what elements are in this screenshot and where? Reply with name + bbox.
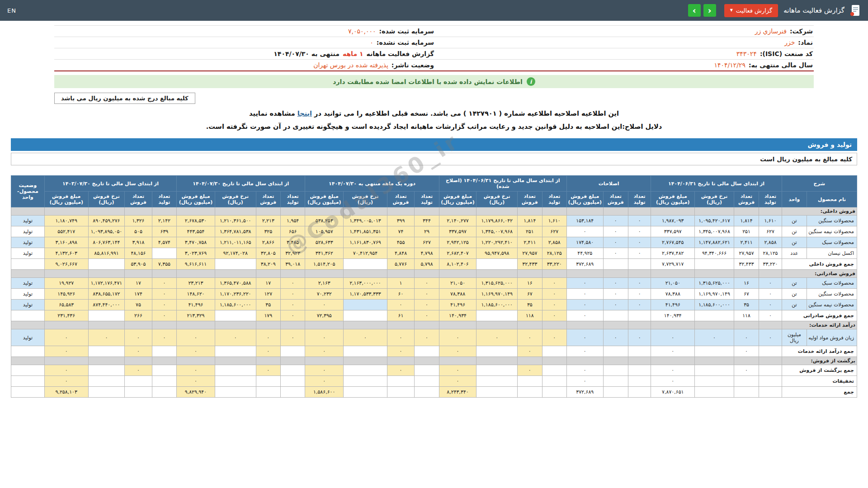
column-group-header: از ابتدای سال مالی تا تاریخ ۱۴۰۴/۰۶/۳۱ [651,176,782,192]
value-cell: ۶۰ [387,289,414,300]
value-cell: ۳۳۷,۵۹۷ [651,226,695,237]
value-cell [628,346,651,357]
value-cell: ۰ [759,289,782,300]
value-cell [542,321,566,329]
value-cell: ۱,۳۶۴,۷۸۱,۵۳۸ [215,226,256,237]
value-cell [542,357,566,365]
symbol-link[interactable]: خزر [784,39,795,46]
value-cell [280,207,305,216]
value-cell [177,207,215,216]
report-type-button[interactable]: گزارش فعالیت ▼ [724,4,778,17]
value-cell [280,387,305,398]
value-cell [88,321,125,329]
value-cell [125,207,152,216]
value-cell [566,321,603,329]
value-cell: ۲۸,۱۲۵ [759,248,782,259]
value-cell [518,321,542,329]
value-cell: ۱,۲۱۰,۳۶۱,۵۰۰ [215,216,256,226]
info-row: کد صنعت (ISIC): ۳۴۳۰۲۴ گزارش فعالیت ماها… [54,48,814,60]
value-cell [152,346,176,357]
value-cell: ۶۵,۵۸۳ [44,300,88,310]
value-cell [215,259,256,270]
value-cell: ۰ [305,346,344,357]
value-cell [88,259,125,270]
value-cell: ۱۵۳,۱۸۴ [566,216,603,226]
unit-header: واحد [782,192,807,207]
value-cell [152,248,176,259]
value-cell: ۰ [734,329,759,346]
info-row: سال مالی منتهی به: ۱۴۰۴/۱۲/۲۹ وضعیت ناشر… [54,60,814,71]
issuer-status-value: پذیرفته شده در بورس تهران [313,61,388,69]
value-cell: ۰ [439,376,476,387]
value-cell [542,270,566,278]
language-toggle[interactable]: EN [7,7,16,14]
column-header: تعداد تولید [415,192,439,207]
report-type-label: گزارش فعالیت [736,7,772,14]
value-cell [344,357,387,365]
status-cell [11,270,45,278]
status-column-header: وضعیت محصول-واحد [11,176,45,207]
value-cell: ۰ [603,248,628,259]
value-cell: ۰ [152,329,176,346]
prev-report-button[interactable]: ‹ [688,4,701,17]
value-cell [695,376,734,387]
product-name-cell: اکسل نیسان [807,248,857,259]
value-cell [280,321,305,329]
column-group-header: از ابتدای سال مالی تا تاریخ ۱۴۰۴/۰۶/۳۱ (… [439,176,566,192]
value-cell: ۷,۳۵۵ [152,259,176,270]
value-cell [439,357,476,365]
table-row: اکسل نیسانعدد۲۸,۱۲۵۲۷,۹۵۷۹۴,۳۴۰,۶۶۶۲,۶۳۷… [11,248,857,259]
value-cell: ۴,۱۳۲,۶۰۳ [44,248,88,259]
value-cell: ۰ [628,248,651,259]
product-name-cell: محصولات نیمه سنگین [807,300,857,310]
value-cell: ۱,۸۱۴ [734,216,759,226]
value-cell: ۳۴۴ [415,216,439,226]
status-cell [11,321,45,329]
value-cell: ۳۴۱,۳۶۲ [305,248,344,259]
value-cell: ۰ [415,289,439,300]
value-cell: ۱۷۴,۵۸۰ [566,237,603,248]
production-sales-section-header: تولید و فروش [11,138,857,151]
value-cell: ۳۸,۲۰۹ [256,259,280,270]
next-report-button[interactable]: › [703,4,716,17]
value-cell [651,207,695,216]
status-cell: تولید [11,329,45,346]
value-cell [759,387,782,398]
value-cell: ۲۱۳,۳۲۹ [177,310,215,321]
previous-version-link[interactable]: اینجا [297,110,312,117]
value-cell: ۰ [215,329,256,346]
value-cell [542,207,566,216]
status-cell [11,376,45,387]
value-cell: ۰ [439,329,476,346]
product-name-cell: محصولات سنگین [807,289,857,300]
value-cell [415,357,439,365]
value-cell: ۱,۳۱۵,۶۲۵,۰۰۰ [476,278,518,289]
value-cell: ۱۰۵,۹۵۷ [305,226,344,237]
value-cell: ۷۰,۲۳۲ [305,289,344,300]
value-cell [734,207,759,216]
value-cell: ۶۳۹ [152,226,176,237]
value-cell [152,365,176,376]
value-cell: ۶۷ [518,289,542,300]
value-cell [280,357,305,365]
status-cell [11,387,45,398]
value-cell [628,387,651,398]
value-cell [603,376,628,387]
value-cell: ۸,۱۰۲,۴۰۶ [439,259,476,270]
section-label-cell: درآمد ارائه خدمات: [782,321,857,329]
value-cell [305,270,344,278]
value-cell: ۰ [651,376,695,387]
total-row: جمع فروش داخلی۳۳,۲۲۰۳۲,۴۳۳۷,۷۲۹,۷۱۷۳۷۲,۶… [11,259,857,270]
column-header: تعداد فروش [125,192,152,207]
value-cell: ۲۸,۱۲۵ [542,248,566,259]
value-cell [476,321,518,329]
value-cell: ۳۹,۰۱۸ [280,259,305,270]
row-label-cell: جمع برگشت از فروش [782,365,857,376]
value-cell: ۰ [603,216,628,226]
value-cell: ۰ [280,289,305,300]
column-header: نرخ فروش (ریال) [695,192,734,207]
value-cell: ۱,۱۸۵,۶۰۰,۰۰۰ [695,300,734,310]
column-group-header: دوره یک ماهه منتهی به ۱۴۰۴/۰۷/۳۰ [305,176,439,192]
table-row: محصولات نیمه سنگینتن۰۳۵۱,۱۸۵,۶۰۰,۰۰۰۴۱,۴… [11,300,857,310]
company-link[interactable]: فنرسازي زر [755,28,787,35]
